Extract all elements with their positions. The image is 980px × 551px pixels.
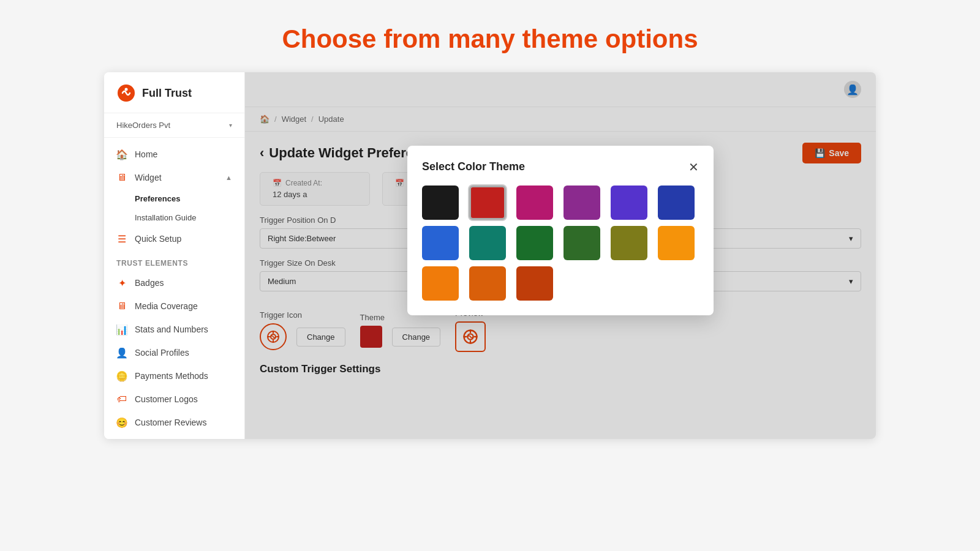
color-swatch-olive[interactable] xyxy=(611,226,647,260)
media-icon: 🖥 xyxy=(116,301,127,312)
nav-label-logos: Customer Logos xyxy=(135,394,198,404)
color-swatch-teal[interactable] xyxy=(469,226,506,260)
sidebar-item-badges[interactable]: ✦ Badges xyxy=(104,271,244,294)
color-swatch-orange-bright[interactable] xyxy=(658,226,695,260)
widget-chevron-icon: ▲ xyxy=(225,174,232,181)
sidebar-item-logos[interactable]: 🏷 Customer Logos xyxy=(104,388,244,411)
sidebar-sub-installation[interactable]: Installation Guide xyxy=(104,208,244,227)
color-swatch-orange1[interactable] xyxy=(422,266,459,301)
badges-icon: ✦ xyxy=(116,277,127,288)
nav-label-quicksetup: Quick Setup xyxy=(135,234,181,244)
logos-icon: 🏷 xyxy=(116,394,127,405)
sidebar-item-quicksetup[interactable]: ☰ Quick Setup xyxy=(104,227,244,250)
sidebar-org[interactable]: HikeOrders Pvt ▾ xyxy=(104,113,244,138)
sidebar-item-home[interactable]: 🏠 Home xyxy=(104,143,244,166)
svg-point-1 xyxy=(125,88,128,91)
logo-icon xyxy=(116,83,136,103)
color-swatch-green[interactable] xyxy=(564,226,600,260)
nav-label-widget: Widget xyxy=(135,173,162,182)
sidebar-item-media[interactable]: 🖥 Media Coverage xyxy=(104,294,244,318)
color-swatch-red[interactable] xyxy=(469,186,506,220)
sidebar-item-stats[interactable]: 📊 Stats and Numbers xyxy=(104,318,244,341)
color-grid xyxy=(422,186,699,301)
color-swatch-magenta[interactable] xyxy=(516,186,553,220)
modal-header: Select Color Theme ✕ xyxy=(422,160,699,173)
trust-elements-header: Trust Elements xyxy=(104,250,244,271)
color-swatch-orange2[interactable] xyxy=(469,266,506,301)
sidebar-sub-preferences[interactable]: Preferences xyxy=(104,189,244,208)
nav-label-social: Social Profiles xyxy=(135,348,189,358)
nav-label-reviews: Customer Reviews xyxy=(135,418,206,427)
quicksetup-icon: ☰ xyxy=(116,233,127,244)
org-chevron-icon: ▾ xyxy=(229,122,232,129)
color-swatch-purple[interactable] xyxy=(611,186,647,220)
color-swatch-black[interactable] xyxy=(422,186,459,220)
sidebar: Full Trust HikeOrders Pvt ▾ 🏠 Home 🖥 Wid… xyxy=(104,72,245,439)
social-icon: 👤 xyxy=(116,347,127,358)
color-swatch-burnt-orange[interactable] xyxy=(516,266,553,301)
stats-icon: 📊 xyxy=(116,324,127,335)
color-swatch-blue[interactable] xyxy=(422,226,459,260)
sidebar-logo: Full Trust xyxy=(104,72,244,113)
nav-label-payments: Payments Methods xyxy=(135,371,208,381)
app-container: Full Trust HikeOrders Pvt ▾ 🏠 Home 🖥 Wid… xyxy=(104,72,876,439)
nav-label-badges: Badges xyxy=(135,278,164,288)
color-swatch-navy[interactable] xyxy=(658,186,695,220)
sidebar-nav: 🏠 Home 🖥 Widget ▲ Preferences Installati… xyxy=(104,138,244,439)
reviews-icon: 😊 xyxy=(116,417,127,428)
org-name: HikeOrders Pvt xyxy=(116,121,170,130)
nav-label-media: Media Coverage xyxy=(135,301,198,311)
sidebar-item-widget[interactable]: 🖥 Widget ▲ xyxy=(104,166,244,189)
widget-icon: 🖥 xyxy=(116,172,127,183)
nav-label-stats: Stats and Numbers xyxy=(135,324,208,334)
hero-heading: Choose from many theme options xyxy=(0,0,980,72)
payments-icon: 🪙 xyxy=(116,370,127,381)
main-content: 👤 🏠 / Widget / Update ‹ Update Widget Pr… xyxy=(245,72,876,439)
sidebar-item-social[interactable]: 👤 Social Profiles xyxy=(104,341,244,364)
home-icon: 🏠 xyxy=(116,149,127,160)
color-swatch-green-dark[interactable] xyxy=(516,226,553,260)
widget-nav-left: 🖥 Widget xyxy=(116,172,162,183)
sidebar-item-reviews[interactable]: 😊 Customer Reviews xyxy=(104,411,244,434)
modal-close-button[interactable]: ✕ xyxy=(688,161,699,173)
logo-text: Full Trust xyxy=(142,87,192,100)
modal-title: Select Color Theme xyxy=(422,160,525,173)
modal-overlay[interactable]: Select Color Theme ✕ xyxy=(245,72,876,439)
color-swatch-purple-light[interactable] xyxy=(564,186,600,220)
color-theme-modal: Select Color Theme ✕ xyxy=(407,146,714,315)
sidebar-item-payments[interactable]: 🪙 Payments Methods xyxy=(104,364,244,388)
nav-label-home: Home xyxy=(135,149,157,159)
